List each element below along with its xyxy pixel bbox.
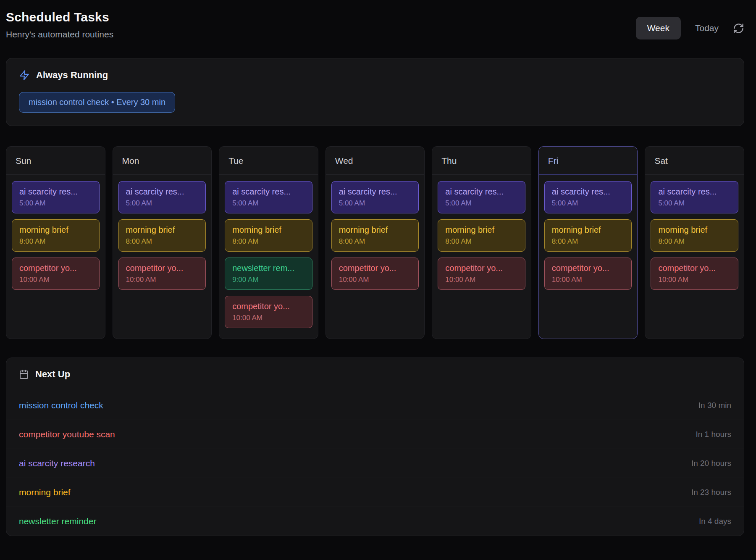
title-block: Scheduled Tasks Henry's automated routin… xyxy=(6,10,113,39)
task-card[interactable]: morning brief8:00 AM xyxy=(12,219,100,252)
task-title: morning brief xyxy=(126,225,199,235)
task-time: 8:00 AM xyxy=(126,237,199,246)
task-title: competitor yo... xyxy=(445,263,518,273)
task-time: 5:00 AM xyxy=(232,199,305,208)
task-card[interactable]: competitor yo...10:00 AM xyxy=(438,258,525,290)
task-card[interactable]: competitor yo...10:00 AM xyxy=(225,296,312,328)
task-time: 10:00 AM xyxy=(445,276,518,284)
page-header: Scheduled Tasks Henry's automated routin… xyxy=(6,10,744,39)
task-time: 5:00 AM xyxy=(126,199,199,208)
task-time: 9:00 AM xyxy=(232,276,305,284)
week-grid: Sunai scarcity res...5:00 AMmorning brie… xyxy=(6,146,744,339)
task-card[interactable]: competitor yo...10:00 AM xyxy=(12,258,100,290)
header-controls: Week Today xyxy=(636,17,744,39)
next-up-task-time: In 23 hours xyxy=(691,488,731,497)
task-title: morning brief xyxy=(445,225,518,235)
zap-icon xyxy=(19,70,30,81)
task-card[interactable]: competitor yo...10:00 AM xyxy=(651,258,738,290)
task-card[interactable]: morning brief8:00 AM xyxy=(544,219,632,252)
day-column-tue: Tueai scarcity res...5:00 AMmorning brie… xyxy=(219,146,318,339)
next-up-task-time: In 20 hours xyxy=(691,459,731,468)
day-cards-fri: ai scarcity res...5:00 AMmorning brief8:… xyxy=(539,175,638,296)
task-card[interactable]: morning brief8:00 AM xyxy=(438,219,525,252)
next-up-row[interactable]: morning briefIn 23 hours xyxy=(6,478,744,507)
task-time: 10:00 AM xyxy=(658,276,731,284)
task-card[interactable]: ai scarcity res...5:00 AM xyxy=(331,181,419,213)
day-cards-thu: ai scarcity res...5:00 AMmorning brief8:… xyxy=(432,175,531,296)
day-header-wed: Wed xyxy=(326,147,425,175)
task-title: morning brief xyxy=(339,225,412,235)
next-up-task-time: In 4 days xyxy=(699,517,731,526)
next-up-header: Next Up xyxy=(6,358,744,391)
task-time: 10:00 AM xyxy=(339,276,412,284)
task-time: 10:00 AM xyxy=(232,314,305,322)
refresh-button[interactable] xyxy=(733,23,744,34)
task-card[interactable]: morning brief8:00 AM xyxy=(118,219,206,252)
day-header-sat: Sat xyxy=(645,147,744,175)
always-running-header: Always Running xyxy=(19,70,731,81)
task-card[interactable]: morning brief8:00 AM xyxy=(331,219,419,252)
task-time: 10:00 AM xyxy=(552,276,625,284)
task-title: competitor yo... xyxy=(19,263,92,273)
next-up-row[interactable]: competitor youtube scanIn 1 hours xyxy=(6,420,744,449)
task-time: 8:00 AM xyxy=(232,237,305,246)
task-card[interactable]: ai scarcity res...5:00 AM xyxy=(544,181,632,213)
day-column-fri: Friai scarcity res...5:00 AMmorning brie… xyxy=(538,146,638,339)
day-cards-mon: ai scarcity res...5:00 AMmorning brief8:… xyxy=(113,175,212,296)
next-up-task-name: morning brief xyxy=(19,487,71,497)
task-title: ai scarcity res... xyxy=(19,187,92,197)
task-time: 5:00 AM xyxy=(658,199,731,208)
task-title: ai scarcity res... xyxy=(339,187,412,197)
next-up-row[interactable]: ai scarcity researchIn 20 hours xyxy=(6,449,744,478)
task-title: morning brief xyxy=(19,225,92,235)
task-card[interactable]: ai scarcity res...5:00 AM xyxy=(118,181,206,213)
task-card[interactable]: ai scarcity res...5:00 AM xyxy=(651,181,738,213)
page-subtitle: Henry's automated routines xyxy=(6,29,113,39)
next-up-task-time: In 1 hours xyxy=(696,430,732,439)
next-up-task-name: mission control check xyxy=(19,400,103,410)
always-running-title: Always Running xyxy=(36,70,108,81)
week-button[interactable]: Week xyxy=(636,17,681,39)
task-time: 5:00 AM xyxy=(339,199,412,208)
next-up-task-time: In 30 min xyxy=(698,401,731,410)
day-column-sat: Satai scarcity res...5:00 AMmorning brie… xyxy=(645,146,744,339)
next-up-task-name: competitor youtube scan xyxy=(19,429,115,439)
task-title: morning brief xyxy=(552,225,625,235)
task-time: 5:00 AM xyxy=(19,199,92,208)
task-time: 5:00 AM xyxy=(445,199,518,208)
task-card[interactable]: competitor yo...10:00 AM xyxy=(118,258,206,290)
task-card[interactable]: competitor yo...10:00 AM xyxy=(544,258,632,290)
next-up-row[interactable]: newsletter reminderIn 4 days xyxy=(6,507,744,536)
day-column-thu: Thuai scarcity res...5:00 AMmorning brie… xyxy=(432,146,531,339)
day-cards-wed: ai scarcity res...5:00 AMmorning brief8:… xyxy=(326,175,425,296)
task-title: ai scarcity res... xyxy=(552,187,625,197)
task-card[interactable]: competitor yo...10:00 AM xyxy=(331,258,419,290)
task-time: 8:00 AM xyxy=(339,237,412,246)
task-time: 8:00 AM xyxy=(658,237,731,246)
calendar-icon xyxy=(19,369,29,379)
day-column-mon: Monai scarcity res...5:00 AMmorning brie… xyxy=(113,146,212,339)
day-header-sun: Sun xyxy=(6,147,105,175)
task-title: newsletter rem... xyxy=(232,263,305,273)
mission-control-pill[interactable]: mission control check • Every 30 min xyxy=(19,92,175,113)
next-up-task-name: newsletter reminder xyxy=(19,516,96,526)
task-card[interactable]: newsletter rem...9:00 AM xyxy=(225,258,312,290)
task-title: competitor yo... xyxy=(552,263,625,273)
task-title: competitor yo... xyxy=(658,263,731,273)
task-card[interactable]: morning brief8:00 AM xyxy=(651,219,738,252)
refresh-icon xyxy=(733,23,744,34)
today-button[interactable]: Today xyxy=(693,17,720,39)
next-up-row[interactable]: mission control checkIn 30 min xyxy=(6,391,744,420)
day-header-fri: Fri xyxy=(539,147,638,175)
task-card[interactable]: ai scarcity res...5:00 AM xyxy=(438,181,525,213)
day-cards-tue: ai scarcity res...5:00 AMmorning brief8:… xyxy=(219,175,318,334)
next-up-list: mission control checkIn 30 mincompetitor… xyxy=(6,391,744,536)
task-card[interactable]: ai scarcity res...5:00 AM xyxy=(225,181,312,213)
task-card[interactable]: morning brief8:00 AM xyxy=(225,219,312,252)
task-card[interactable]: ai scarcity res...5:00 AM xyxy=(12,181,100,213)
day-cards-sat: ai scarcity res...5:00 AMmorning brief8:… xyxy=(645,175,744,296)
task-title: ai scarcity res... xyxy=(658,187,731,197)
task-time: 8:00 AM xyxy=(552,237,625,246)
day-cards-sun: ai scarcity res...5:00 AMmorning brief8:… xyxy=(6,175,105,296)
task-time: 8:00 AM xyxy=(445,237,518,246)
